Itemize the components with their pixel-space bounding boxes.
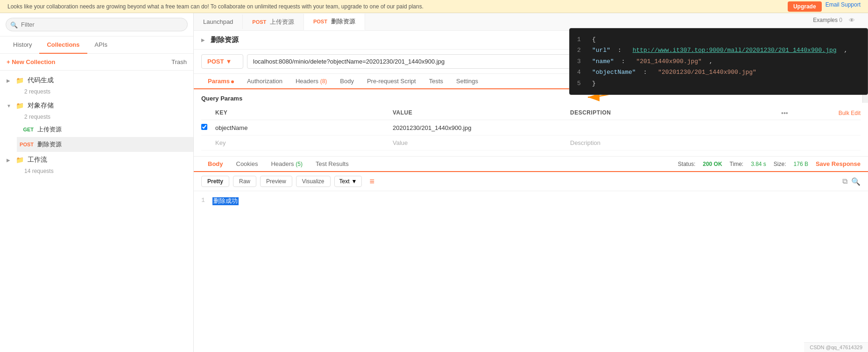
collection-name-duixiang: 对象存储 <box>28 101 187 110</box>
json-url-value[interactable]: http://www.it307.top:9000/mall/20201230/… <box>633 45 837 56</box>
params-table-header: KEY VALUE DESCRIPTION ••• Bulk Edit <box>201 107 861 120</box>
response-status-bar: Status: 200 OK Time: 3.84 s Size: 176 B … <box>678 157 861 171</box>
res-tab-headers[interactable]: Headers (5) <box>264 157 309 171</box>
chevron-down-icon: ▼ <box>7 103 12 108</box>
tab-apis[interactable]: APIs <box>87 36 115 54</box>
folder-icon-workflow: 📁 <box>16 156 24 164</box>
search-input[interactable] <box>6 18 188 31</box>
json-colon-3: : <box>643 67 651 78</box>
method-value: POST <box>207 58 224 65</box>
more-options-icon[interactable]: ••• <box>781 109 788 117</box>
param-key-1[interactable] <box>215 124 393 131</box>
line-numbers: 1 <box>201 197 205 205</box>
request-name-delete: 删除资源 <box>37 140 62 149</box>
param-checkbox-1[interactable] <box>201 124 207 130</box>
collection-children: GET 上传资源 POST 删除资源 <box>0 122 193 152</box>
bulk-edit-link[interactable]: Bulk Edit <box>839 110 861 116</box>
tab-post-badge-upload: POST <box>252 19 266 25</box>
save-response-button[interactable]: Save Response <box>816 160 861 167</box>
res-tab-cookies[interactable]: Cookies <box>230 157 265 171</box>
sidebar: 🔍 History Collections APIs + New Collect… <box>0 13 194 352</box>
format-raw-button[interactable]: Raw <box>233 176 256 187</box>
params-dot <box>231 80 234 83</box>
query-params-section: Query Params KEY VALUE DESCRIPTION ••• B… <box>194 89 868 156</box>
req-tab-headers[interactable]: Headers (8) <box>289 74 333 89</box>
trash-button[interactable]: Trash <box>171 58 187 65</box>
top-banner: Looks like your collaboration needs are … <box>0 0 868 13</box>
format-preview-button[interactable]: Preview <box>260 176 292 187</box>
search-response-icon[interactable]: 🔍 <box>851 177 861 186</box>
req-tab-settings[interactable]: Settings <box>450 74 485 89</box>
json-overlay: 1 { 2 "url" : http://www.it307.top:9000/… <box>569 28 868 95</box>
json-comma-2: , <box>709 56 713 67</box>
tab-launchpad[interactable]: Launchpad <box>194 14 243 29</box>
status-label: Status: <box>678 161 695 167</box>
param-desc-empty[interactable] <box>570 139 781 146</box>
chevron-right-icon: ▶ <box>7 78 12 83</box>
req-tab-prerequest[interactable]: Pre-request Script <box>360 74 423 89</box>
param-value-1[interactable] <box>393 124 570 131</box>
upgrade-button[interactable]: Upgrade <box>788 1 822 12</box>
json-line-1: 1 { <box>577 34 860 45</box>
bottom-bar: CSDN @qq_47614329 <box>804 342 868 352</box>
response-area: Body Cookies Headers (5) Test Results St… <box>194 156 868 352</box>
folder-icon-duixiang: 📁 <box>16 102 24 109</box>
param-key-empty[interactable] <box>215 139 393 146</box>
response-line-area: 1 删除成功 <box>201 197 861 205</box>
format-visualize-button[interactable]: Visualize <box>296 176 331 187</box>
sidebar-search-area: 🔍 <box>0 13 193 36</box>
req-tab-body[interactable]: Body <box>333 74 360 89</box>
copy-icon[interactable]: ⧉ <box>842 177 847 186</box>
format-select-value: Text <box>339 178 350 185</box>
json-key-objectname: "objectName" <box>592 67 636 78</box>
email-support-link[interactable]: Email Support <box>826 1 861 12</box>
tab-delete-resource[interactable]: POST 删除资源 <box>304 14 365 30</box>
res-headers-badge: (5) <box>296 161 303 167</box>
collection-header-workflow[interactable]: ▶ 📁 工作流 <box>0 152 193 168</box>
param-row-1 <box>201 120 861 136</box>
main-content-wrapper: Launchpad POST 上传资源 POST 删除资源 ▶ 删除资源 POS… <box>194 13 868 352</box>
col-key-header: KEY <box>215 109 393 117</box>
json-comma-1: , <box>844 45 848 56</box>
collection-count-workflow: 14 requests <box>0 168 193 177</box>
json-colon-2: : <box>621 56 629 67</box>
headers-badge: (8) <box>320 78 327 85</box>
method-badge-post: POST <box>17 142 34 147</box>
request-item-get[interactable]: GET 上传资源 <box>17 122 193 137</box>
format-pretty-button[interactable]: Pretty <box>201 176 229 187</box>
req-tab-tests[interactable]: Tests <box>423 74 450 89</box>
req-tab-params[interactable]: Params <box>201 74 240 89</box>
time-label: Time: <box>730 161 744 167</box>
request-name-upload: 上传资源 <box>37 125 62 134</box>
response-body: 1 删除成功 <box>194 191 868 352</box>
json-str-name: "201_1440x900.jpg" <box>636 56 701 67</box>
status-value: 200 OK <box>703 161 722 167</box>
tab-collections[interactable]: Collections <box>39 36 87 54</box>
json-overlay-area: 1 { 2 "url" : http://www.it307.top:9000/… <box>565 13 868 28</box>
method-select[interactable]: POST ▼ <box>201 54 243 69</box>
wrap-icon[interactable]: ≡ <box>369 177 374 187</box>
param-row-empty <box>201 136 861 151</box>
copy-area: ⧉ 🔍 <box>842 177 861 186</box>
req-tab-auth[interactable]: Authorization <box>240 74 289 89</box>
response-format-bar: Pretty Raw Preview Visualize Text ▼ ≡ ⧉ … <box>194 172 868 191</box>
collection-header-duixiang[interactable]: ▼ 📁 对象存储 <box>0 98 193 114</box>
col-value-header: VALUE <box>393 109 570 117</box>
json-num-3: 3 <box>577 56 585 67</box>
param-value-empty[interactable] <box>393 139 570 146</box>
param-desc-1[interactable] <box>570 124 781 131</box>
json-num-1: 1 <box>577 34 585 45</box>
res-tab-body[interactable]: Body <box>201 157 230 172</box>
tab-history[interactable]: History <box>6 36 39 54</box>
collection-header-daima[interactable]: ▶ 📁 代码生成 <box>0 72 193 88</box>
folder-icon: 📁 <box>16 77 24 84</box>
format-select[interactable]: Text ▼ <box>334 176 362 187</box>
collection-item-workflow: ▶ 📁 工作流 14 requests <box>0 152 193 177</box>
request-item-post-active[interactable]: POST 删除资源 <box>17 137 193 152</box>
eye-icon[interactable]: 👁 <box>849 17 855 24</box>
new-collection-button[interactable]: + New Collection <box>7 58 55 65</box>
col-checkbox <box>201 109 215 117</box>
res-tab-test-results[interactable]: Test Results <box>309 157 355 171</box>
search-icon: 🔍 <box>10 21 18 28</box>
tab-upload-resource[interactable]: POST 上传资源 <box>243 14 304 30</box>
